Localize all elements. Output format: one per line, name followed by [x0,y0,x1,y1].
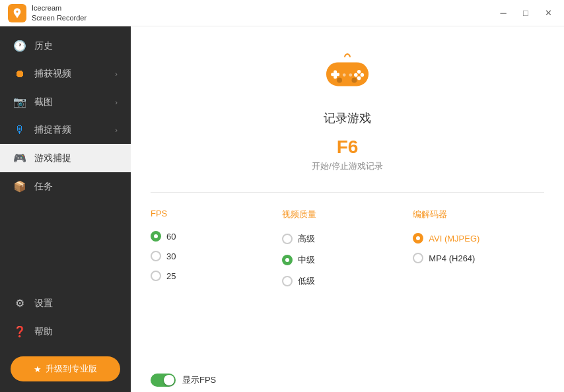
quality-medium-radio[interactable] [282,255,293,265]
quality-medium-option[interactable]: 中级 [282,252,413,268]
main-layout: 🕐 历史 ⏺ 捕获视频 › 📷 截图 › 🎙 捕捉音频 › 🎮 游戏捕捉 [0,26,564,392]
upgrade-label: 升级到专业版 [46,363,97,375]
sidebar-item-label: 历史 [34,40,118,52]
fps-30-radio[interactable] [151,251,161,261]
svg-point-9 [337,78,342,83]
svg-point-3 [357,70,361,74]
quality-high-radio[interactable] [282,234,293,244]
quality-high-option[interactable]: 高级 [282,231,413,247]
screenshot-icon: 📷 [13,96,26,108]
sidebar-item-capture-audio[interactable]: 🎙 捕捉音频 › [0,116,131,144]
game-capture-icon: 🎮 [13,152,26,164]
show-fps-row: 显示FPS [131,368,564,392]
svg-rect-2 [331,73,339,76]
sidebar-item-capture-video[interactable]: ⏺ 捕获视频 › [0,60,131,88]
help-icon: ❓ [13,325,26,338]
sidebar-bottom: ★ 升级到专业版 [0,351,131,392]
maximize-button[interactable]: □ [515,4,536,22]
sidebar-item-history[interactable]: 🕐 历史 [0,32,131,60]
quality-low-label: 低级 [298,275,315,287]
sidebar-item-label: 游戏捕捉 [34,152,118,164]
fps-25-label: 25 [166,271,176,281]
sidebar: 🕐 历史 ⏺ 捕获视频 › 📷 截图 › 🎙 捕捉音频 › 🎮 游戏捕捉 [0,26,131,392]
sidebar-item-label: 捕捉音频 [34,124,107,136]
fps-60-label: 60 [166,232,176,242]
upgrade-button[interactable]: ★ 升级到专业版 [11,356,120,381]
sidebar-item-tasks[interactable]: 📦 任务 [0,172,131,201]
minimize-button[interactable]: ─ [493,4,514,22]
sidebar-item-game-capture[interactable]: 🎮 游戏捕捉 [0,144,131,172]
svg-point-6 [357,77,361,81]
fps-60-option[interactable]: 60 [151,229,282,244]
hero-subtitle: 开始/停止游戏记录 [312,160,383,172]
show-fps-toggle[interactable] [151,374,176,387]
chevron-right-icon: › [115,126,118,134]
svg-point-5 [354,73,358,77]
hero-section: 记录游戏 F6 开始/停止游戏记录 [131,26,564,192]
fps-60-radio[interactable] [151,231,161,242]
fps-column: FPS 60 30 25 [151,209,282,352]
encoder-title: 编解码器 [413,209,544,220]
sidebar-item-label: 设置 [34,298,118,310]
capture-audio-icon: 🎙 [13,124,26,136]
settings-icon: ⚙ [13,297,26,310]
star-icon: ★ [34,364,42,374]
app-title: Icecream Screen Recorder [32,3,87,22]
history-icon: 🕐 [13,40,26,52]
sidebar-item-screenshot[interactable]: 📷 截图 › [0,88,131,116]
svg-point-4 [361,73,365,77]
content-area: 记录游戏 F6 开始/停止游戏记录 FPS 60 30 25 [131,26,564,392]
close-button[interactable]: ✕ [538,4,559,22]
encoder-mp4-label: MP4 (H264) [429,253,475,263]
hero-title: 记录游戏 [324,110,371,126]
title-bar-left: Icecream Screen Recorder [8,3,87,22]
encoder-avi-option[interactable]: AVI (MJPEG) [413,231,544,245]
sidebar-nav: 🕐 历史 ⏺ 捕获视频 › 📷 截图 › 🎙 捕捉音频 › 🎮 游戏捕捉 [0,26,131,289]
window-controls: ─ □ ✕ [493,4,559,22]
hero-shortcut: F6 [337,137,359,158]
svg-point-7 [343,73,346,77]
sidebar-item-label: 捕获视频 [34,68,107,80]
quality-low-radio[interactable] [282,276,293,286]
encoder-column: 编解码器 AVI (MJPEG) MP4 (H264) [413,209,544,352]
svg-point-10 [351,78,357,83]
sidebar-item-label: 任务 [34,181,118,193]
encoder-mp4-option[interactable]: MP4 (H264) [413,251,544,265]
encoder-avi-radio[interactable] [413,233,423,244]
fps-25-radio[interactable] [151,271,161,281]
tasks-icon: 📦 [13,180,26,193]
quality-medium-label: 中级 [298,254,315,266]
show-fps-label: 显示FPS [182,374,216,386]
game-controller-icon [321,53,374,102]
capture-video-icon: ⏺ [13,68,26,80]
chevron-right-icon: › [115,98,118,106]
svg-point-8 [349,73,352,77]
chevron-right-icon: › [115,70,118,78]
sidebar-item-settings[interactable]: ⚙ 设置 [0,289,131,317]
title-bar: Icecream Screen Recorder ─ □ ✕ [0,0,564,26]
quality-low-option[interactable]: 低级 [282,273,413,289]
quality-title: 视频质量 [282,209,413,220]
settings-area: FPS 60 30 25 视频质量 高级 [131,193,564,368]
sidebar-item-help[interactable]: ❓ 帮助 [0,317,131,346]
sidebar-item-label: 帮助 [34,326,118,338]
app-icon [8,4,26,22]
fps-title: FPS [151,209,282,218]
sidebar-item-label: 截图 [34,96,107,108]
encoder-mp4-radio[interactable] [413,253,423,263]
fps-30-label: 30 [166,251,176,261]
quality-column: 视频质量 高级 中级 低级 [282,209,413,352]
sidebar-bottom-items: ⚙ 设置 ❓ 帮助 [0,289,131,351]
encoder-avi-label: AVI (MJPEG) [429,234,479,244]
quality-high-label: 高级 [298,233,315,245]
fps-30-option[interactable]: 30 [151,249,282,263]
fps-25-option[interactable]: 25 [151,269,282,283]
